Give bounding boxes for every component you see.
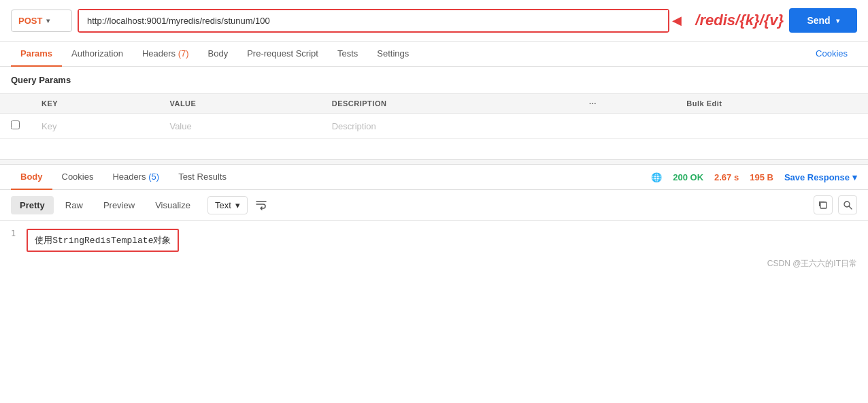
tab-pre-request-script[interactable]: Pre-request Script	[237, 42, 328, 67]
key-cell[interactable]: Key	[31, 114, 158, 139]
status-ok: 200 OK	[673, 172, 703, 182]
watermark: CSDN @王六六的IT日常	[767, 258, 857, 270]
params-table: KEY VALUE DESCRIPTION ··· Bulk Edit Key …	[0, 93, 868, 139]
col-value: VALUE	[158, 94, 320, 114]
col-bulk-edit[interactable]: Bulk Edit	[675, 94, 868, 114]
tab-settings[interactable]: Settings	[367, 42, 418, 67]
line-number: 1	[11, 229, 16, 238]
svg-line-2	[849, 206, 852, 209]
url-input[interactable]	[79, 10, 668, 31]
search-icon[interactable]	[838, 195, 857, 214]
description-cell[interactable]: Description	[321, 114, 578, 139]
section-divider	[0, 159, 868, 165]
response-tab-cookies[interactable]: Cookies	[52, 165, 103, 190]
table-row: Key Value Description	[0, 114, 868, 139]
format-btn-raw[interactable]: Raw	[56, 196, 92, 214]
format-btn-visualize[interactable]: Visualize	[146, 196, 199, 214]
tab-headers[interactable]: Headers (7)	[133, 42, 199, 67]
format-btn-preview[interactable]: Preview	[95, 196, 144, 214]
save-response-chevron-icon: ▾	[852, 172, 857, 182]
status-time: 2.67 s	[714, 172, 739, 182]
text-format-label: Text	[215, 200, 231, 210]
response-tabs: Body Cookies Headers (5) Test Results 🌐 …	[0, 165, 868, 190]
url-input-wrapper: ◀	[78, 9, 669, 33]
response-content: 1 使用StringRedisTemplate对象	[11, 229, 857, 252]
col-key: KEY	[31, 94, 158, 114]
status-size: 195 B	[750, 172, 773, 182]
send-chevron-icon: ▾	[836, 17, 839, 25]
url-bar: POST ▾ ◀ /redis/{k}/{v} Send ▾	[0, 0, 868, 42]
method-select[interactable]: POST ▾	[11, 10, 72, 32]
url-annotation: /redis/{k}/{v}	[695, 12, 784, 29]
text-format-chevron-icon: ▾	[235, 200, 240, 210]
format-bar: Pretty Raw Preview Visualize Text ▾	[0, 190, 868, 221]
method-label: POST	[18, 16, 42, 26]
tab-cookies[interactable]: Cookies	[806, 42, 857, 67]
tab-body[interactable]: Body	[199, 42, 238, 67]
send-button[interactable]: Send ▾	[789, 8, 857, 33]
response-tab-test-results[interactable]: Test Results	[169, 165, 236, 190]
response-body: 1 使用StringRedisTemplate对象 CSDN @王六六的IT日常	[0, 221, 868, 275]
query-params-section: Query Params KEY VALUE DESCRIPTION ··· B…	[0, 67, 868, 139]
value-cell[interactable]: Value	[158, 114, 320, 139]
tab-tests[interactable]: Tests	[328, 42, 367, 67]
response-tab-body[interactable]: Body	[11, 165, 52, 190]
copy-icon[interactable]	[814, 195, 833, 214]
tab-params[interactable]: Params	[11, 42, 62, 67]
col-description: DESCRIPTION	[321, 94, 578, 114]
query-params-title: Query Params	[0, 67, 868, 93]
response-status-bar: 🌐 200 OK 2.67 s 195 B Save Response ▾	[651, 172, 857, 182]
globe-icon: 🌐	[651, 172, 662, 182]
svg-rect-0	[820, 202, 827, 208]
response-tab-headers[interactable]: Headers (5)	[103, 165, 169, 190]
tab-authorization[interactable]: Authorization	[62, 42, 133, 67]
method-chevron-icon: ▾	[46, 17, 50, 25]
send-label: Send	[807, 15, 830, 26]
request-tabs: Params Authorization Headers (7) Body Pr…	[0, 42, 868, 67]
response-text: 使用StringRedisTemplate对象	[27, 229, 179, 252]
wrap-icon[interactable]	[253, 197, 269, 213]
col-more: ···	[578, 94, 675, 114]
right-icons	[814, 195, 857, 214]
save-response-button[interactable]: Save Response ▾	[784, 172, 857, 182]
row-checkbox[interactable]	[11, 120, 20, 129]
url-arrow-icon: ◀	[672, 13, 682, 28]
format-btn-pretty[interactable]: Pretty	[11, 196, 54, 214]
text-format-dropdown[interactable]: Text ▾	[207, 196, 248, 214]
